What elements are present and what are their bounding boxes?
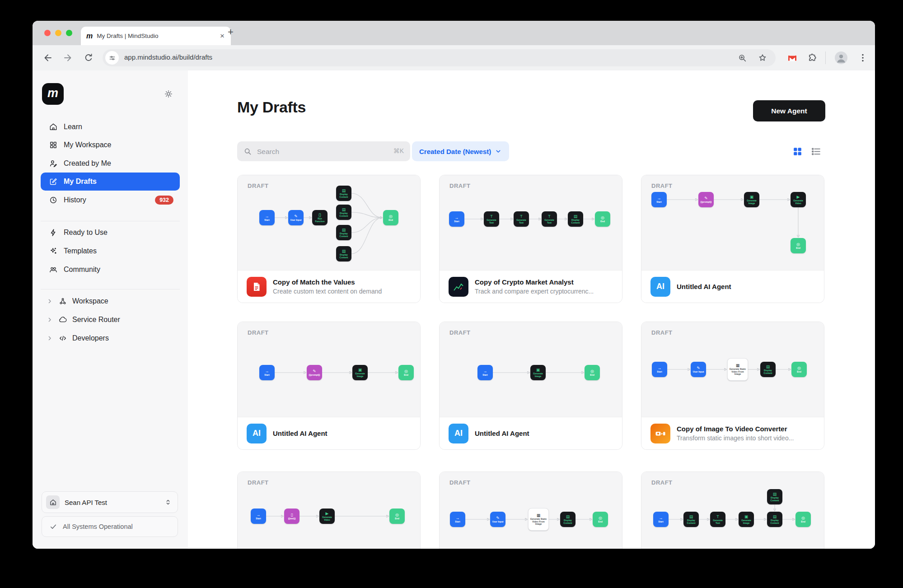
workspace-selector[interactable]: Sean API Test: [42, 491, 178, 513]
workflow-canvas: DRAFT →Start✎{{prompt}}▣Generate Image▶G…: [641, 175, 824, 271]
card-footer: AI Copy of Match the Values Create custo…: [238, 270, 420, 303]
ai-agent-icon: AI: [656, 282, 664, 291]
draft-card[interactable]: DRAFT →Start▣Generate Image◎End AI Untit…: [439, 322, 622, 450]
card-subtitle: Create custom text content on demand: [273, 287, 382, 296]
sidebar-item-community[interactable]: Community: [41, 261, 180, 279]
workflow-node-end: ◎End: [398, 365, 414, 380]
sidebar-item-history[interactable]: History 932: [41, 191, 180, 209]
maximize-window-button[interactable]: [66, 30, 72, 36]
draft-card[interactable]: DRAFT →Start▯{{text}}▶Generate Video◎End: [237, 471, 421, 549]
sidebar-item-service-router[interactable]: Service Router: [41, 311, 180, 329]
workflow-node-generate-image: ▣Generate Image: [744, 192, 759, 207]
sort-dropdown[interactable]: Created Date (Newest): [412, 141, 509, 161]
workflow-node-end: ◎End: [593, 512, 608, 527]
home-icon: [49, 122, 58, 131]
card-subtitle: Track and compare expert cryptocurrenc..…: [475, 287, 594, 296]
workflow-node-end: ◎End: [585, 365, 600, 380]
url-text: app.mindstudio.ai/build/drafts: [124, 53, 212, 61]
workflow-node-generate-text: TGenerate Text: [484, 211, 499, 227]
grid-view-toggle[interactable]: [792, 146, 803, 157]
search-box[interactable]: ⌘K: [237, 141, 410, 161]
sidebar-item-developers[interactable]: Developers: [41, 329, 180, 347]
status-text: All Systems Operational: [63, 523, 133, 530]
workflow-node-end: ◎End: [791, 238, 806, 253]
card-title: Untitled AI Agent: [475, 429, 529, 438]
mindstudio-logo[interactable]: m: [42, 83, 64, 105]
chevron-down-icon: [495, 148, 502, 155]
main-panel: My Drafts New Agent ⌘K Created Date (New…: [188, 70, 875, 549]
bookmark-star-icon[interactable]: [758, 53, 767, 63]
workflow-node-display-content: ▤Display Content: [560, 512, 575, 527]
sidebar-item-my-drafts[interactable]: My Drafts: [41, 173, 180, 191]
workflow-node-generate-static-video-from-image: ▦Generate Static Video From Image: [727, 358, 748, 381]
workflow-node-display-content: ▤Display Content: [336, 205, 351, 220]
draft-card[interactable]: DRAFT →Start▤Display ContentTGenerate Te…: [641, 471, 824, 549]
draft-card[interactable]: DRAFT →Start✎{{prompt}}▣Generate Image▶G…: [641, 175, 824, 303]
search-input[interactable]: [256, 141, 380, 162]
extensions-icon[interactable]: [807, 52, 818, 63]
browser-window: m My Drafts | MindStudio × + app.mindstu…: [33, 21, 875, 549]
card-icon: AI: [650, 277, 670, 297]
workflow-canvas: DRAFT →Start✎{{prompt}}▣Generate Image◎E…: [238, 322, 420, 417]
site-info-icon[interactable]: [105, 51, 119, 65]
workflow-canvas: DRAFT →StartTGenerate TextTGenerate Text…: [440, 175, 622, 271]
minimize-window-button[interactable]: [55, 30, 61, 36]
settings-gear-icon[interactable]: [164, 89, 173, 99]
workflow-canvas: DRAFT →Start✎User Input{}Run Function▤Di…: [238, 175, 420, 271]
sidebar-item-ready-to-use[interactable]: Ready to Use: [41, 224, 180, 242]
toolbar-separator: [825, 51, 826, 64]
sidebar-item-workspace[interactable]: Workspace: [41, 292, 180, 310]
profile-avatar[interactable]: [835, 51, 847, 64]
draft-card[interactable]: DRAFT →Start✎User Input▦Generate Static …: [641, 322, 824, 450]
card-footer: AI Copy of Image To Video Converter Tran…: [641, 417, 824, 449]
zoom-icon[interactable]: [737, 53, 747, 63]
sidebar: m Learn My Workspace Created by Me My Dr…: [33, 70, 188, 549]
browser-toolbar: app.mindstudio.ai/build/drafts: [33, 45, 875, 71]
reload-button[interactable]: [83, 52, 94, 63]
tab-close-icon[interactable]: ×: [219, 32, 225, 40]
workflow-node-generate-text: TGenerate Text: [710, 512, 725, 527]
new-tab-button[interactable]: +: [228, 27, 234, 37]
window-controls[interactable]: [44, 30, 72, 36]
address-bar[interactable]: app.mindstudio.ai/build/drafts: [103, 49, 776, 66]
sidebar-item-learn[interactable]: Learn: [41, 118, 180, 136]
workflow-node-end: ◎End: [791, 362, 807, 377]
workflow-node-prompt: ✎{{prompt}}: [307, 365, 322, 380]
people-icon: [49, 265, 58, 274]
workflow-canvas: DRAFT →Start✎User Input▦Generate Static …: [440, 472, 622, 549]
draft-card[interactable]: DRAFT →StartTGenerate TextTGenerate Text…: [439, 175, 622, 303]
sidebar-item-my-workspace[interactable]: My Workspace: [41, 136, 180, 154]
card-text: Untitled AI Agent: [677, 282, 731, 291]
sidebar-item-created-by-me[interactable]: Created by Me: [41, 154, 180, 173]
sidebar-divider: [41, 221, 180, 221]
system-status[interactable]: All Systems Operational: [42, 516, 178, 537]
close-window-button[interactable]: [44, 30, 51, 36]
page-title: My Drafts: [237, 98, 306, 116]
workflow-node-display-content: ▤Display Content: [568, 211, 583, 227]
gmail-icon[interactable]: [787, 53, 798, 64]
draft-card[interactable]: DRAFT →Start✎User Input▦Generate Static …: [439, 471, 622, 549]
workflow-node-generate-video: ▶Generate Video: [791, 192, 806, 207]
search-shortcut-hint: ⌘K: [393, 147, 404, 154]
workflow-node-run-function: {}Run Function: [312, 210, 328, 225]
card-footer: AI Untitled AI Agent: [440, 417, 622, 449]
draft-card[interactable]: DRAFT →Start✎{{prompt}}▣Generate Image◎E…: [237, 322, 421, 450]
workflow-node-end: ◎End: [389, 509, 405, 524]
sidebar-item-templates[interactable]: Templates: [41, 242, 180, 260]
workspace-home-icon: [46, 495, 60, 509]
list-view-toggle[interactable]: [810, 146, 822, 157]
new-agent-button[interactable]: New Agent: [753, 100, 825, 121]
workflow-canvas: DRAFT →Start▣Generate Image◎End: [440, 322, 622, 417]
browser-tab[interactable]: m My Drafts | MindStudio ×: [81, 27, 231, 45]
forward-button[interactable]: [62, 52, 73, 63]
draft-card[interactable]: DRAFT →Start✎User Input{}Run Function▤Di…: [237, 175, 421, 303]
clock-icon: [49, 196, 58, 205]
workflow-node-start: →Start: [651, 192, 667, 207]
browser-menu-icon[interactable]: [857, 52, 868, 63]
card-title: Copy of Match the Values: [273, 277, 382, 287]
workflow-node-start: →Start: [259, 365, 275, 380]
card-text: Copy of Image To Video Converter Transfo…: [677, 424, 794, 443]
workflow-node-display-content: ▤Display Content: [767, 489, 782, 504]
back-button[interactable]: [42, 52, 53, 63]
tab-title: My Drafts | MindStudio: [97, 33, 215, 39]
